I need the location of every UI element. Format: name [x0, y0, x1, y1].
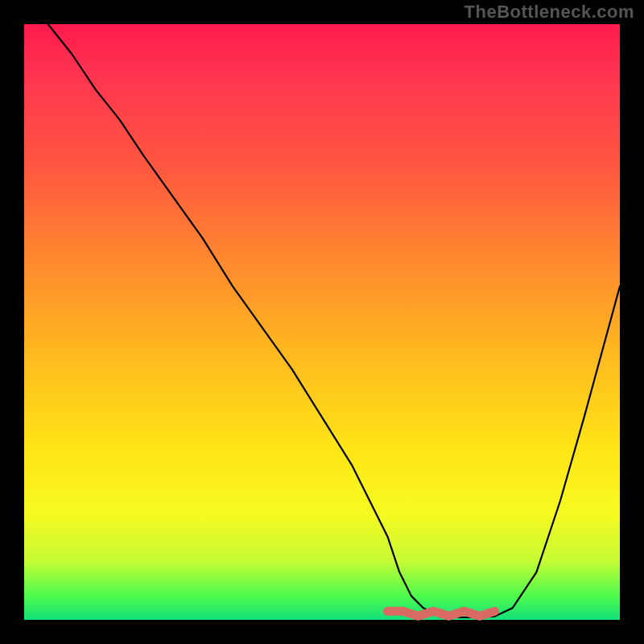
watermark-text: TheBottleneck.com — [464, 2, 634, 23]
bottleneck-curve — [48, 24, 620, 617]
curve-svg — [24, 24, 620, 620]
trough-highlight — [387, 611, 494, 616]
chart-frame: TheBottleneck.com — [0, 0, 644, 644]
plot-area — [24, 24, 620, 620]
